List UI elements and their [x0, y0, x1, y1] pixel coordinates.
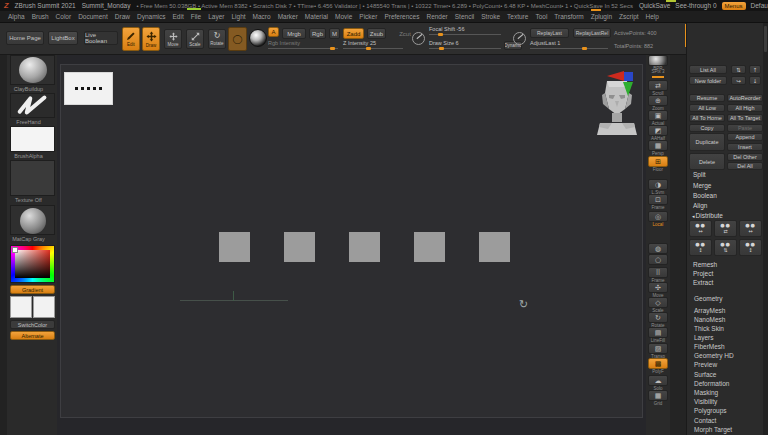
menu-item[interactable]: Document	[78, 13, 108, 20]
distribute-option-button[interactable]: ●● ↕	[739, 239, 762, 256]
main-color-swatch[interactable]	[10, 296, 32, 318]
document-canvas[interactable]: ↻	[57, 55, 646, 435]
palette-section-header[interactable]: NanoMesh	[694, 316, 725, 323]
menu-item[interactable]: Movie	[335, 13, 352, 20]
shelf-toggle-button[interactable]: ☁ Solo	[648, 375, 668, 391]
stroke-curve-icon[interactable]	[412, 32, 425, 45]
rgb-intensity-slider[interactable]: Rgb Intensity	[268, 40, 338, 49]
menus-button[interactable]: Menus	[722, 2, 746, 10]
tray-divider[interactable]	[670, 55, 686, 435]
distribute-option-button[interactable]: ●● ↕	[689, 239, 712, 256]
subtool-action-button[interactable]: All To Target	[727, 114, 763, 122]
palette-action-item[interactable]: Split	[692, 171, 706, 178]
axis-gizmo[interactable]	[607, 69, 643, 97]
subtool-action-button[interactable]: All To Home	[689, 114, 725, 122]
duplicate-button[interactable]: Duplicate	[689, 133, 725, 151]
shelf-toggle-button[interactable]: ▦ Persp	[648, 140, 668, 156]
quicksave-button[interactable]: QuickSave	[639, 2, 670, 9]
distribute-option-button[interactable]: ●● ⇄	[714, 220, 737, 237]
palette-section-header[interactable]: Surface	[694, 371, 716, 378]
lightbox-button[interactable]: LightBox	[48, 31, 78, 45]
move-up-icon[interactable]: ↑	[749, 65, 761, 74]
shelf-toggle-button[interactable]: ◩ AAHalf	[648, 125, 668, 141]
shelf-toggle-button[interactable]: ⊞ Floor	[648, 156, 668, 172]
menu-item[interactable]: Tool	[535, 13, 547, 20]
menu-item[interactable]: Help	[646, 13, 659, 20]
lazy-mouse-icon[interactable]	[513, 32, 526, 45]
delete-button[interactable]: Delete	[689, 153, 725, 170]
palette-section-header[interactable]: Geometry	[694, 295, 723, 302]
subtool-action-button[interactable]: All Low	[689, 104, 725, 112]
palette-section-header[interactable]: Visibility	[694, 398, 717, 405]
zsub-button[interactable]: Zsub	[367, 28, 386, 39]
palette-section-header[interactable]: Thick Skin	[694, 325, 724, 332]
shelf-toggle-button[interactable]: ▦ Grid	[648, 390, 668, 406]
palette-section-header[interactable]: Deformation	[694, 380, 729, 387]
z-intensity-slider[interactable]: Z Intensity 25	[343, 40, 403, 49]
palette-section-header[interactable]: Geometry HD	[694, 352, 734, 359]
menu-item[interactable]: Dynamics	[137, 13, 166, 20]
scrollbar-thumb[interactable]	[764, 26, 767, 52]
gradient-button[interactable]: Gradient	[10, 285, 55, 294]
sort-subtools-icon[interactable]: ⇅	[731, 65, 746, 74]
shelf-toggle-button[interactable]: ▤ LineFill	[648, 327, 668, 343]
shelf-toggle-button[interactable]: ◍	[648, 243, 668, 254]
menu-item[interactable]: Stencil	[455, 13, 475, 20]
shelf-toggle-button[interactable]: SPix 3	[648, 69, 668, 74]
shelf-toggle-button[interactable]: ↻ Rotate	[648, 312, 668, 328]
palette-action-item[interactable]: Align	[692, 202, 707, 209]
distribute-option-button[interactable]: ●● ⇅	[714, 239, 737, 256]
draw-size-slider[interactable]: Draw Size 6	[429, 40, 501, 49]
shelf-toggle-button[interactable]: ◎ Local	[648, 211, 668, 227]
replay-last-rel-button[interactable]: ReplayLastRel	[573, 28, 611, 38]
shelf-toggle-button[interactable]: ✣ Move	[648, 282, 668, 298]
shelf-toggle-button[interactable]: ▩ PolyF	[648, 358, 668, 374]
palette-action-item[interactable]: ◂Distribute	[692, 212, 723, 219]
move-gizmo-button[interactable]: Move	[164, 29, 182, 49]
new-folder-button[interactable]: New folder	[689, 76, 727, 85]
panel-scrollbar[interactable]	[763, 23, 768, 435]
palette-section-header[interactable]: Contact	[694, 417, 716, 424]
rgb-button[interactable]: Rgb	[309, 28, 326, 39]
switch-color-button[interactable]: SwitchColor	[10, 320, 55, 329]
subtool-action-button[interactable]: All High	[727, 104, 763, 112]
mrgb-button[interactable]: Mrgb	[282, 28, 306, 39]
list-all-button[interactable]: List All	[689, 65, 727, 74]
current-brush-thumbnail[interactable]	[10, 55, 55, 85]
palette-action-item[interactable]: Boolean	[692, 192, 717, 199]
folder-move-icon[interactable]: ↪	[731, 76, 746, 85]
menu-item[interactable]: Picker	[359, 13, 377, 20]
live-boolean-button[interactable]: Live Boolean	[84, 31, 118, 45]
menu-item[interactable]: Alpha	[8, 13, 25, 20]
color-picker[interactable]	[10, 245, 55, 283]
menu-item[interactable]: Stroke	[481, 13, 500, 20]
menu-item[interactable]: Zscript	[619, 13, 639, 20]
palette-section-header[interactable]: Preview	[694, 361, 717, 368]
current-stroke-thumbnail[interactable]	[10, 93, 55, 118]
menu-item[interactable]: Texture	[507, 13, 528, 20]
palette-section-header[interactable]: FiberMesh	[694, 343, 725, 350]
distribute-option-button[interactable]: ●● ↔	[739, 220, 762, 237]
shelf-toggle-button[interactable]: ⇄ Scroll	[648, 80, 668, 96]
menu-item[interactable]: Color	[56, 13, 72, 20]
palette-section-header[interactable]: ArrayMesh	[694, 307, 725, 314]
slider-handle[interactable]	[366, 47, 371, 50]
palette-section-header[interactable]: Masking	[694, 389, 718, 396]
move-down-icon[interactable]: ↓	[749, 76, 761, 85]
subtool-action-button[interactable]: Paste	[727, 124, 763, 132]
menu-item[interactable]: Zplugin	[591, 13, 612, 20]
append-button[interactable]: Append	[727, 133, 763, 141]
rotate-gizmo-button[interactable]: ↻ Rotate	[208, 29, 226, 49]
shelf-toggle-button[interactable]: ◑ L.Sym	[648, 179, 668, 195]
home-page-button[interactable]: Home Page	[6, 31, 44, 45]
focal-shift-slider[interactable]: Focal Shift -56	[429, 26, 501, 35]
palette-action-item[interactable]: Project	[692, 270, 713, 277]
shelf-toggle-button[interactable]: ▣ Actual	[648, 110, 668, 126]
shelf-toggle-button[interactable]: ▨ Transp	[648, 343, 668, 359]
secondary-color-swatch[interactable]	[33, 296, 55, 318]
palette-action-item[interactable]: Extract	[692, 279, 713, 286]
palette-section-header[interactable]: Polygroups	[694, 407, 727, 414]
a-toggle-button[interactable]: A	[268, 27, 279, 37]
menu-item[interactable]: Layer	[208, 13, 224, 20]
default-zscript-button[interactable]: DefaultZScript	[751, 2, 768, 9]
